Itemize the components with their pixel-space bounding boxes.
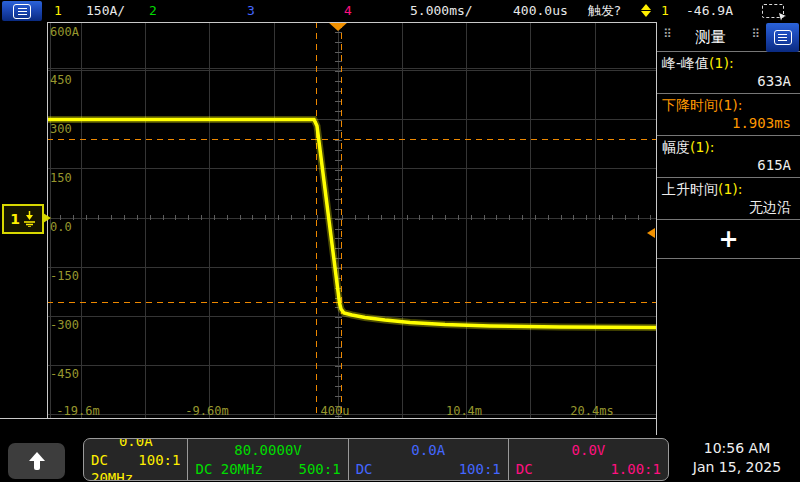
measurement-label: 下降时间 xyxy=(662,97,718,113)
date-display: Jan 15, 2025 xyxy=(677,458,797,477)
pointer-arrow-icon xyxy=(778,12,787,21)
channel-1-trace xyxy=(47,22,656,418)
up-arrow-icon-stem xyxy=(34,461,40,470)
main-menu-button[interactable] xyxy=(2,1,42,21)
channel-1-marker-number: 1 xyxy=(10,211,20,227)
trigger-source[interactable]: 1 xyxy=(661,3,669,19)
measurement-item-amplitude[interactable]: 幅度(1): 615A xyxy=(657,136,800,178)
timebase-readout[interactable]: 5.000ms/ xyxy=(410,3,473,19)
plot-border-top xyxy=(47,22,657,23)
channel-2-value: 80.0000V xyxy=(188,441,347,460)
measurement-source: (1): xyxy=(709,55,734,71)
channel-1-status-box[interactable]: 0.0A DC 20MHz100:1 xyxy=(84,439,187,480)
channel-3-value: 0.0A xyxy=(349,441,508,460)
plus-icon: + xyxy=(718,227,738,251)
channel-1-value: 0.0A xyxy=(84,438,187,451)
measurement-source: (1): xyxy=(690,139,715,155)
add-measurement-button[interactable]: + xyxy=(657,220,800,259)
channel-4-number[interactable]: 4 xyxy=(344,3,352,19)
channel-2-probe-ratio: 500:1 xyxy=(298,460,340,478)
hamburger-menu-icon xyxy=(774,30,792,45)
trigger-status-label: 触发? xyxy=(588,3,621,19)
measurement-value: 633A xyxy=(657,72,800,93)
clock: 10:56 AM Jan 15, 2025 xyxy=(677,439,797,477)
measurement-source: (1): xyxy=(718,97,743,113)
channel-1-coupling: DC 20MHz xyxy=(91,451,138,481)
channel-3-coupling: DC xyxy=(356,460,373,478)
trigger-updown-arrows-icon[interactable] xyxy=(641,4,651,17)
channel-2-number[interactable]: 2 xyxy=(149,3,157,19)
measurement-label: 峰-峰值 xyxy=(662,55,709,71)
channel-3-probe-ratio: 100:1 xyxy=(459,460,501,478)
measurement-label: 上升时间 xyxy=(662,181,718,197)
channel-1-number[interactable]: 1 xyxy=(54,3,62,19)
channel-4-probe-ratio: 1.00:1 xyxy=(610,460,661,478)
measurement-panel-title: 测量 xyxy=(657,28,764,47)
channel-4-status-box[interactable]: 0.0V DC1.00:1 xyxy=(508,439,668,480)
measurement-menu-button[interactable] xyxy=(766,23,799,52)
measurement-label: 幅度 xyxy=(662,139,690,155)
measurement-value: 1.903ms xyxy=(657,114,800,135)
hamburger-menu-icon xyxy=(13,4,31,19)
channel-2-coupling: DC 20MHz xyxy=(195,460,262,478)
channel-1-trace-line xyxy=(47,120,656,328)
delay-readout[interactable]: 400.0us xyxy=(513,3,568,19)
level-pointer-icon xyxy=(43,213,51,223)
measurement-item-peak-peak[interactable]: 峰-峰值(1): 633A xyxy=(657,52,800,94)
channel-1-probe-ratio: 100:1 xyxy=(138,451,180,481)
top-status-bar: 1 150A/ 2 3 4 5.000ms/ 400.0us 触发? 1 -46… xyxy=(0,0,800,22)
up-arrow-icon xyxy=(29,452,45,461)
time-display: 10:56 AM xyxy=(677,439,797,458)
channel-3-number[interactable]: 3 xyxy=(247,3,255,19)
expand-up-button[interactable] xyxy=(8,443,65,479)
bottom-status-bar: 0.0A DC 20MHz100:1 80.0000V DC 20MHz500:… xyxy=(0,435,800,482)
waveform-display[interactable]: 600A 450 300 150 0.0 -150 -300 -450 -19.… xyxy=(47,22,656,418)
measurement-value: 无边沿 xyxy=(657,198,800,219)
channel-1-trace-glow xyxy=(47,120,656,328)
plot-border-bottom xyxy=(0,418,657,419)
drag-handle-icon[interactable]: ⠿ xyxy=(751,28,760,40)
channel-4-coupling: DC xyxy=(516,460,533,478)
channel-2-status-box[interactable]: 80.0000V DC 20MHz500:1 xyxy=(187,439,347,480)
measurement-source: (1): xyxy=(718,181,743,197)
measurement-value: 615A xyxy=(657,156,800,177)
trigger-level-readout[interactable]: -46.9A xyxy=(686,3,733,19)
measurement-panel: ⠿ 测量 ⠿ 峰-峰值(1): 633A 下降时间(1): 1.903ms 幅度… xyxy=(657,22,800,435)
channel-3-status-box[interactable]: 0.0A DC100:1 xyxy=(348,439,508,480)
measurement-item-rise-time[interactable]: 上升时间(1): 无边沿 xyxy=(657,178,800,220)
ground-symbol-icon xyxy=(23,211,36,227)
selection-cursor-icon[interactable] xyxy=(762,4,784,18)
channel-status-group: 0.0A DC 20MHz100:1 80.0000V DC 20MHz500:… xyxy=(83,438,669,481)
channel-4-value: 0.0V xyxy=(509,441,668,460)
channel-1-ground-marker[interactable]: 1 xyxy=(2,204,44,234)
channel-1-scale[interactable]: 150A/ xyxy=(86,3,125,19)
measurement-item-fall-time[interactable]: 下降时间(1): 1.903ms xyxy=(657,94,800,136)
